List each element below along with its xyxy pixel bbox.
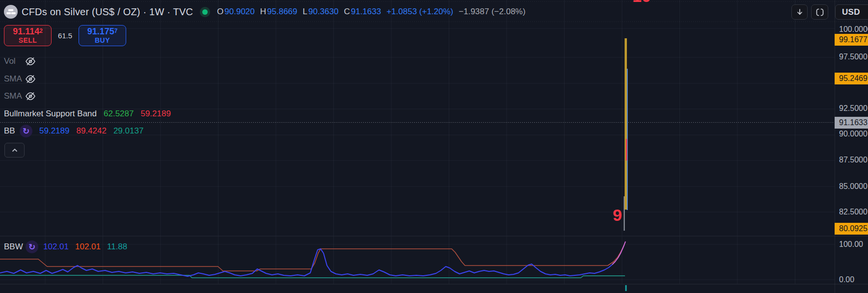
trade-panel: 91.1142 SELL 61.5 91.1757 BUY [4,25,126,46]
indicator-value: 11.88 [107,242,127,252]
price-axis-label: 100.00 [835,239,868,250]
price-axis-label: 82.5000 [835,206,868,218]
price-axis-label: 0.00 [835,274,868,286]
eye-off-icon[interactable] [25,73,36,85]
ohlc-values: O90.9020 H95.8669 L90.3630 C91.1633 +1.0… [217,7,525,17]
corner-brackets-icon [815,7,825,17]
fullscreen-button[interactable] [811,4,828,20]
sell-button[interactable]: 91.1142 SELL [4,25,52,46]
indicator-value: 102.01 [75,242,101,252]
spike-count-annotation: 9 [613,207,622,223]
legend-row-bb[interactable]: BB ↻ 59.2189 89.4242 29.0137 [4,125,143,137]
chart-canvas[interactable] [0,0,868,293]
symbol-header: CFDs on Silver (US$ / OZ) · 1W · TVC O90… [4,4,525,20]
chevron-up-icon [10,145,20,155]
close-value: 91.1633 [351,7,381,16]
circular-arrows-icon: ↻ [26,240,38,253]
high-value: 95.8669 [267,7,297,16]
price-axis-badge: 80.0925 [835,223,868,235]
indicator-value: 102.01 [43,242,69,252]
tradingview-chart-window: CFDs on Silver (US$ / OZ) · 1W · TVC O90… [0,0,868,293]
legend-row-volume[interactable]: Vol [4,55,36,68]
price-axis-badge: 91.1633 [835,117,868,129]
spike-count-annotation: 10 [632,0,651,4]
legend-row-sma2[interactable]: SMA [4,90,36,103]
price-axis-label: 97.5000 [835,51,868,63]
low-value: 90.3630 [308,7,338,16]
spread-label: 61.5 [52,31,79,40]
indicator-value: 59.2189 [140,109,170,119]
change-secondary: −1.9387 (−2.08%) [459,7,525,17]
indicator-value: 29.0137 [113,126,143,136]
price-axis-label: 85.0000 [835,181,868,192]
price-axis-label: 92.5000 [835,103,868,114]
indicator-label[interactable]: SMA [4,91,23,101]
symbol-logo-icon [4,5,18,19]
indicator-label[interactable]: Vol [4,56,23,66]
indicator-label[interactable]: Bullmarket Support Band [4,109,97,119]
eye-off-icon[interactable] [25,55,36,67]
price-axis-label: 87.5000 [835,154,868,166]
open-value: 90.9020 [224,7,254,16]
indicator-label[interactable]: BBW [4,242,25,252]
price-axis[interactable]: 100.000099.167797.500095.246992.500091.1… [835,0,868,293]
legend-row-bullmarket-support-band[interactable]: Bullmarket Support Band 62.5287 59.2189 [4,107,171,120]
indicator-label[interactable]: SMA [4,74,23,84]
legend-row-bbw[interactable]: BBW ↻ 102.01 102.01 11.88 [4,240,127,253]
market-status-icon[interactable] [200,7,210,17]
indicator-value: 89.4242 [76,126,106,136]
circular-arrows-icon: ↻ [20,125,32,137]
buy-button[interactable]: 91.1757 BUY [79,25,126,46]
legend-row-sma1[interactable]: SMA [4,73,36,85]
price-axis-label: 90.0000 [835,128,868,140]
arrow-down-icon [795,7,805,17]
currency-button[interactable]: USD [835,4,868,20]
eye-off-icon[interactable] [25,90,36,102]
indicator-value: 59.2189 [39,126,69,136]
download-button[interactable] [791,4,808,20]
collapse-button[interactable] [4,143,25,158]
indicator-label[interactable]: BB [4,126,16,136]
change-primary: +1.0853 (+1.20%) [386,7,453,17]
symbol-title[interactable]: CFDs on Silver (US$ / OZ) · 1W · TVC [22,6,193,18]
price-axis-badge: 95.2469 [835,73,868,84]
price-axis-badge: 99.1677 [835,34,868,46]
indicator-value: 62.5287 [104,109,134,119]
